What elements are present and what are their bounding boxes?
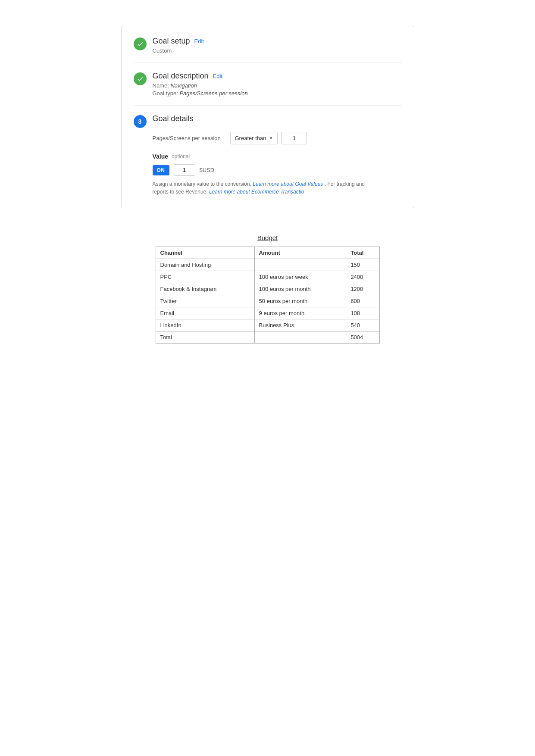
name-value: Navigation [170, 82, 197, 89]
value-label: Value [153, 153, 169, 160]
budget-cell-amount [254, 331, 346, 344]
goal-details-content: Goal details Pages/Screens per session G… [153, 114, 402, 196]
budget-cell-channel: Twitter [156, 295, 254, 307]
checkmark-icon [137, 41, 144, 47]
budget-cell-total: 150 [346, 259, 379, 271]
goal-setup-title: Goal setup [153, 37, 190, 46]
goal-setup-icon [134, 37, 147, 50]
ecommerce-link[interactable]: Learn more about Ecommerce Transactio [209, 189, 304, 195]
goal-values-link[interactable]: Learn more about Goal Values [253, 181, 323, 187]
budget-row: Total5004 [156, 331, 379, 344]
budget-cell-amount [254, 259, 346, 271]
budget-header-row: Channel Amount Total [156, 247, 379, 259]
budget-cell-total: 2400 [346, 271, 379, 283]
budget-row: PPC100 euros per week2400 [156, 271, 379, 283]
desc-text-1: Assign a monetary value to the conversio… [153, 181, 251, 187]
goal-description-title: Goal description [153, 72, 209, 81]
col-total: Total [346, 247, 379, 259]
type-label: Goal type: [153, 90, 178, 97]
optional-label: optional [172, 153, 190, 159]
budget-title: Budget [156, 234, 380, 241]
goal-description-icon [134, 72, 147, 85]
budget-row: Facebook & Instagram100 euros per month1… [156, 283, 379, 295]
value-toggle-button[interactable]: ON [153, 165, 169, 175]
goal-setup-section: Goal setup Edit Custom [134, 37, 402, 63]
budget-table-head: Channel Amount Total [156, 247, 379, 259]
budget-row: Email9 euros per month108 [156, 307, 379, 319]
goal-setup-subtitle: Custom [153, 47, 402, 54]
goal-setup-edit[interactable]: Edit [194, 38, 204, 44]
budget-row: LinkedInBusiness Plus540 [156, 319, 379, 331]
budget-section: Budget Channel Amount Total Domain and H… [156, 234, 380, 344]
name-label: Name: [153, 82, 169, 89]
goal-type-row: Goal type: Pages/Screens per session [153, 90, 402, 97]
budget-cell-amount: 9 euros per month [254, 307, 346, 319]
budget-cell-total: 600 [346, 295, 379, 307]
budget-table: Channel Amount Total Domain and Hosting1… [156, 247, 380, 344]
col-amount: Amount [254, 247, 346, 259]
pages-field-row: Pages/Screens per session Greater than ▼ [153, 132, 402, 144]
goal-name-row: Name: Navigation [153, 82, 402, 89]
goal-setup-header: Goal setup Edit [153, 37, 402, 46]
goal-setup-content: Goal setup Edit Custom [153, 37, 402, 54]
budget-row: Twitter50 euros per month600 [156, 295, 379, 307]
budget-cell-channel: Email [156, 307, 254, 319]
budget-cell-total: 5004 [346, 331, 379, 344]
goal-details-title: Goal details [153, 114, 402, 123]
budget-row: Domain and Hosting150 [156, 259, 379, 271]
pages-number-input[interactable] [281, 132, 307, 144]
value-amount-input[interactable] [174, 164, 195, 176]
goal-details-section: 3 Goal details Pages/Screens per session… [134, 114, 402, 196]
step-number: 3 [138, 118, 142, 125]
budget-cell-amount: 100 euros per week [254, 271, 346, 283]
goal-description-header: Goal description Edit [153, 72, 402, 81]
budget-cell-channel: Total [156, 331, 254, 344]
value-header: Value optional [153, 153, 402, 160]
budget-cell-channel: PPC [156, 271, 254, 283]
budget-cell-channel: Domain and Hosting [156, 259, 254, 271]
greater-than-dropdown[interactable]: Greater than ▼ [230, 132, 278, 144]
budget-table-body: Domain and Hosting150PPC100 euros per we… [156, 259, 379, 344]
checkmark-icon-2 [137, 75, 144, 82]
goal-card: Goal setup Edit Custom Goal description … [121, 26, 414, 208]
dropdown-arrow-icon: ▼ [269, 136, 273, 141]
goal-description-section: Goal description Edit Name: Navigation G… [134, 72, 402, 106]
budget-cell-channel: LinkedIn [156, 319, 254, 331]
page-container: Goal setup Edit Custom Goal description … [0, 17, 535, 369]
col-channel: Channel [156, 247, 254, 259]
value-section: Value optional ON $USD Assign a monetary… [153, 153, 402, 196]
pages-field-label: Pages/Screens per session [153, 135, 230, 141]
budget-cell-total: 108 [346, 307, 379, 319]
budget-cell-amount: Business Plus [254, 319, 346, 331]
currency-label: $USD [200, 167, 215, 173]
value-input-row: ON $USD [153, 164, 402, 176]
budget-cell-channel: Facebook & Instagram [156, 283, 254, 295]
goal-description-edit[interactable]: Edit [213, 73, 222, 79]
budget-cell-total: 1200 [346, 283, 379, 295]
budget-cell-amount: 50 euros per month [254, 295, 346, 307]
dropdown-label: Greater than [235, 135, 266, 141]
type-value: Pages/Screens per session [179, 90, 247, 97]
goal-details-icon: 3 [134, 115, 147, 128]
budget-cell-total: 540 [346, 319, 379, 331]
budget-cell-amount: 100 euros per month [254, 283, 346, 295]
value-description: Assign a monetary value to the conversio… [153, 180, 368, 196]
goal-description-content: Goal description Edit Name: Navigation G… [153, 72, 402, 97]
